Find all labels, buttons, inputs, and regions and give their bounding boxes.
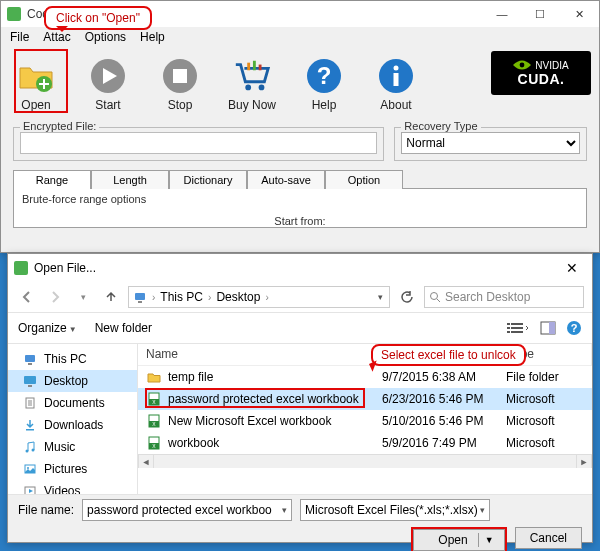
music-icon (22, 439, 38, 455)
encrypted-file-input[interactable] (20, 132, 377, 154)
filename-input[interactable]: password protected excel workboo▾ (82, 499, 292, 521)
open-file-dialog: Open File... ✕ ▾ › This PC › Desktop › ▾… (7, 253, 593, 543)
close-button[interactable]: ✕ (559, 3, 599, 25)
tree-this-pc[interactable]: This PC (8, 348, 137, 370)
file-row[interactable]: temp file9/7/2015 6:38 AMFile folder (138, 366, 592, 388)
organize-button[interactable]: Organize▼ (18, 321, 77, 335)
highlight-open-button (14, 49, 68, 113)
svg-rect-3 (173, 69, 187, 83)
recovery-type-group: Recovery Type Normal (394, 127, 587, 161)
desktop-icon (22, 373, 38, 389)
excel-icon: X (146, 435, 162, 451)
tree-downloads[interactable]: Downloads (8, 414, 137, 436)
chevron-down-icon[interactable]: ▼ (479, 535, 500, 545)
svg-point-34 (26, 450, 29, 453)
menubar: File Attac Options Help (1, 27, 599, 47)
svg-rect-33 (26, 429, 34, 431)
tree-videos[interactable]: Videos (8, 480, 137, 494)
info-icon (376, 56, 416, 96)
tooltip-select-file: Select excel file to unlcok (371, 344, 526, 366)
svg-rect-13 (394, 73, 399, 86)
file-row[interactable]: Xworkbook5/9/2016 7:49 PMMicrosoft (138, 432, 592, 454)
svg-rect-28 (25, 355, 35, 362)
search-icon (429, 291, 441, 303)
refresh-button[interactable] (396, 286, 418, 308)
excel-icon: X (146, 413, 162, 429)
stop-button[interactable]: Stop (153, 51, 207, 117)
about-button[interactable]: About (369, 51, 423, 117)
tree-music[interactable]: Music (8, 436, 137, 458)
dialog-titlebar: Open File... ✕ (8, 254, 592, 282)
menu-options[interactable]: Options (78, 28, 133, 46)
folder-icon (146, 369, 162, 385)
chevron-down-icon[interactable]: ▾ (282, 505, 287, 515)
tab-length[interactable]: Length (91, 170, 169, 189)
svg-text:?: ? (317, 62, 332, 89)
file-type-filter[interactable]: Microsoft Excel Files(*.xls;*.xlsx)▾ (300, 499, 490, 521)
breadcrumb[interactable]: › This PC › Desktop › ▾ (128, 286, 390, 308)
open-dialog-button[interactable]: Open▼ (413, 529, 504, 551)
dialog-close-button[interactable]: ✕ (552, 260, 592, 276)
help-icon-button[interactable]: ? (566, 320, 582, 336)
file-date: 9/7/2015 6:38 AM (382, 370, 506, 384)
tab-dictionary[interactable]: Dictionary (169, 170, 247, 189)
preview-pane-button[interactable] (540, 321, 556, 335)
dialog-title: Open File... (34, 261, 552, 275)
col-name[interactable]: Name (138, 344, 376, 365)
recent-button[interactable]: ▾ (72, 286, 94, 308)
svg-point-12 (394, 66, 399, 71)
tab-autosave[interactable]: Auto-save (247, 170, 325, 189)
menu-help[interactable]: Help (133, 28, 172, 46)
view-options-button[interactable] (506, 321, 530, 335)
file-row[interactable]: XNew Microsoft Excel workbook5/10/2016 5… (138, 410, 592, 432)
cancel-dialog-button[interactable]: Cancel (515, 527, 582, 549)
scrollbar-horizontal[interactable]: ◄► (138, 454, 592, 468)
password-recovery-window: Coc uner — ☐ ✕ File Attac Options Help C… (0, 0, 600, 253)
file-date: 6/23/2016 5:46 PM (382, 392, 506, 406)
highlight-open-dialog-button: Open▼ (411, 527, 506, 551)
help-button[interactable]: ? Help (297, 51, 351, 117)
buy-button[interactable]: Buy Now (225, 51, 279, 117)
about-label: About (380, 98, 411, 112)
nvidia-cuda-badge: NVIDIA CUDA. (491, 51, 591, 95)
svg-rect-30 (24, 376, 36, 384)
help-icon: ? (304, 56, 344, 96)
maximize-button[interactable]: ☐ (521, 3, 559, 25)
crumb-pc[interactable]: This PC (160, 290, 203, 304)
svg-point-17 (431, 293, 438, 300)
back-button[interactable] (16, 286, 38, 308)
encrypted-file-group: Encrypted File: (13, 127, 384, 161)
recovery-type-select[interactable]: Normal (401, 132, 580, 154)
tree-desktop[interactable]: Desktop (8, 370, 137, 392)
recovery-type-label: Recovery Type (401, 120, 480, 132)
stop-label: Stop (168, 98, 193, 112)
svg-rect-16 (138, 301, 142, 303)
toolbar: Open Start Stop Buy Now ? Help About NVI… (1, 47, 599, 121)
up-button[interactable] (100, 286, 122, 308)
tab-option[interactable]: Option (325, 170, 403, 189)
file-type: Microsoft (506, 414, 592, 428)
svg-rect-18 (507, 323, 510, 325)
app-icon (7, 7, 21, 21)
crumb-desktop[interactable]: Desktop (216, 290, 260, 304)
chevron-down-icon[interactable]: ▾ (480, 505, 485, 515)
file-name: workbook (168, 436, 382, 450)
minimize-button[interactable]: — (483, 3, 521, 25)
start-button[interactable]: Start (81, 51, 135, 117)
encrypted-file-label: Encrypted File: (20, 120, 99, 132)
menu-file[interactable]: File (3, 28, 36, 46)
forward-button[interactable] (44, 286, 66, 308)
new-folder-button[interactable]: New folder (95, 321, 152, 335)
svg-rect-8 (259, 65, 262, 71)
tab-panel: Brute-force range options Start from: (13, 188, 587, 228)
svg-rect-6 (247, 63, 250, 71)
tree-documents[interactable]: Documents (8, 392, 137, 414)
search-input[interactable]: Search Desktop (424, 286, 584, 308)
file-name: temp file (168, 370, 382, 384)
file-type: Microsoft (506, 392, 592, 406)
tree-pictures[interactable]: Pictures (8, 458, 137, 480)
crumb-dropdown-icon[interactable]: ▾ (376, 292, 385, 302)
tab-range[interactable]: Range (13, 170, 91, 189)
svg-text:?: ? (571, 322, 578, 334)
svg-rect-15 (135, 293, 145, 300)
